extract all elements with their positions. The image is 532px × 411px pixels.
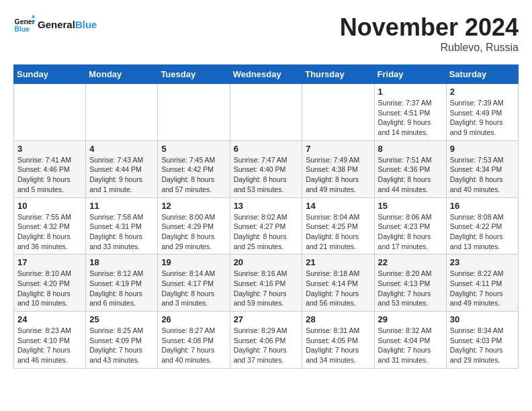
calendar-cell — [230, 84, 302, 141]
day-info: Sunrise: 7:41 AMSunset: 4:46 PMDaylight:… — [17, 155, 82, 195]
calendar-cell: 14Sunrise: 8:04 AMSunset: 4:25 PMDayligh… — [302, 197, 374, 255]
day-number: 27 — [234, 314, 299, 324]
day-number: 24 — [17, 314, 82, 324]
col-wednesday: Wednesday — [230, 65, 302, 84]
calendar-cell: 5Sunrise: 7:45 AMSunset: 4:42 PMDaylight… — [158, 140, 230, 197]
day-info: Sunrise: 7:53 AMSunset: 4:34 PMDaylight:… — [450, 155, 515, 195]
day-info: Sunrise: 8:08 AMSunset: 4:22 PMDaylight:… — [450, 212, 515, 252]
month-title: November 2024 — [340, 13, 519, 42]
calendar-week-5: 24Sunrise: 8:23 AMSunset: 4:10 PMDayligh… — [14, 312, 519, 369]
calendar-cell: 26Sunrise: 8:27 AMSunset: 4:08 PMDayligh… — [158, 312, 230, 369]
calendar-cell: 23Sunrise: 8:22 AMSunset: 4:11 PMDayligh… — [446, 255, 518, 312]
day-info: Sunrise: 8:14 AMSunset: 4:17 PMDaylight:… — [161, 269, 226, 308]
day-number: 8 — [378, 144, 443, 154]
calendar-cell: 2Sunrise: 7:39 AMSunset: 4:49 PMDaylight… — [446, 84, 518, 141]
title-block: November 2024 Rublevo, Russia — [340, 13, 519, 54]
day-number: 7 — [306, 144, 370, 154]
calendar-table: Sunday Monday Tuesday Wednesday Thursday… — [13, 64, 519, 369]
day-number: 30 — [450, 314, 515, 324]
day-info: Sunrise: 8:06 AMSunset: 4:23 PMDaylight:… — [378, 212, 443, 252]
day-number: 16 — [450, 201, 515, 211]
calendar-cell: 21Sunrise: 8:18 AMSunset: 4:14 PMDayligh… — [302, 255, 374, 312]
calendar-cell: 29Sunrise: 8:32 AMSunset: 4:04 PMDayligh… — [374, 312, 446, 369]
day-info: Sunrise: 7:58 AMSunset: 4:31 PMDaylight:… — [89, 212, 154, 252]
calendar-cell: 6Sunrise: 7:47 AMSunset: 4:40 PMDaylight… — [230, 140, 302, 197]
day-info: Sunrise: 8:20 AMSunset: 4:13 PMDaylight:… — [378, 269, 443, 308]
day-info: Sunrise: 8:27 AMSunset: 4:08 PMDaylight:… — [161, 326, 226, 365]
calendar-cell: 30Sunrise: 8:34 AMSunset: 4:03 PMDayligh… — [446, 312, 518, 369]
day-info: Sunrise: 8:31 AMSunset: 4:05 PMDaylight:… — [306, 326, 370, 365]
day-info: Sunrise: 8:02 AMSunset: 4:27 PMDaylight:… — [234, 212, 299, 252]
day-number: 26 — [161, 314, 226, 324]
calendar-cell: 15Sunrise: 8:06 AMSunset: 4:23 PMDayligh… — [374, 197, 446, 255]
calendar-cell: 10Sunrise: 7:55 AMSunset: 4:32 PMDayligh… — [14, 197, 86, 255]
page-header: General Blue GeneralBlue November 2024 R… — [13, 13, 519, 54]
day-number: 12 — [161, 201, 226, 211]
day-info: Sunrise: 8:32 AMSunset: 4:04 PMDaylight:… — [378, 326, 443, 365]
day-number: 6 — [234, 144, 299, 154]
logo: General Blue GeneralBlue — [13, 13, 97, 35]
day-info: Sunrise: 7:49 AMSunset: 4:38 PMDaylight:… — [306, 155, 370, 195]
calendar-cell: 4Sunrise: 7:43 AMSunset: 4:44 PMDaylight… — [86, 140, 158, 197]
calendar-cell: 19Sunrise: 8:14 AMSunset: 4:17 PMDayligh… — [158, 255, 230, 312]
day-info: Sunrise: 7:39 AMSunset: 4:49 PMDaylight:… — [450, 98, 515, 138]
calendar-cell: 3Sunrise: 7:41 AMSunset: 4:46 PMDaylight… — [14, 140, 86, 197]
day-info: Sunrise: 7:51 AMSunset: 4:36 PMDaylight:… — [378, 155, 443, 195]
calendar-cell: 20Sunrise: 8:16 AMSunset: 4:16 PMDayligh… — [230, 255, 302, 312]
day-info: Sunrise: 7:55 AMSunset: 4:32 PMDaylight:… — [17, 212, 82, 252]
day-info: Sunrise: 8:18 AMSunset: 4:14 PMDaylight:… — [306, 269, 370, 308]
day-number: 23 — [450, 257, 515, 267]
calendar-cell: 9Sunrise: 7:53 AMSunset: 4:34 PMDaylight… — [446, 140, 518, 197]
day-info: Sunrise: 7:47 AMSunset: 4:40 PMDaylight:… — [234, 155, 299, 195]
calendar-cell: 24Sunrise: 8:23 AMSunset: 4:10 PMDayligh… — [14, 312, 86, 369]
calendar-cell: 7Sunrise: 7:49 AMSunset: 4:38 PMDaylight… — [302, 140, 374, 197]
calendar-cell — [158, 84, 230, 141]
day-number: 9 — [450, 144, 515, 154]
calendar-cell: 18Sunrise: 8:12 AMSunset: 4:19 PMDayligh… — [86, 255, 158, 312]
col-friday: Friday — [374, 65, 446, 84]
day-info: Sunrise: 8:34 AMSunset: 4:03 PMDaylight:… — [450, 326, 515, 365]
calendar-cell: 12Sunrise: 8:00 AMSunset: 4:29 PMDayligh… — [158, 197, 230, 255]
day-number: 20 — [234, 257, 299, 267]
day-info: Sunrise: 7:37 AMSunset: 4:51 PMDaylight:… — [378, 98, 443, 138]
day-number: 3 — [17, 144, 82, 154]
day-number: 18 — [89, 257, 154, 267]
day-info: Sunrise: 7:43 AMSunset: 4:44 PMDaylight:… — [89, 155, 154, 195]
day-number: 21 — [306, 257, 370, 267]
day-number: 14 — [306, 201, 370, 211]
day-info: Sunrise: 8:16 AMSunset: 4:16 PMDaylight:… — [234, 269, 299, 308]
day-number: 5 — [161, 144, 226, 154]
day-number: 4 — [89, 144, 154, 154]
day-number: 1 — [378, 87, 443, 97]
day-info: Sunrise: 8:23 AMSunset: 4:10 PMDaylight:… — [17, 326, 82, 365]
calendar-week-1: 1Sunrise: 7:37 AMSunset: 4:51 PMDaylight… — [14, 84, 519, 141]
calendar-cell: 22Sunrise: 8:20 AMSunset: 4:13 PMDayligh… — [374, 255, 446, 312]
col-monday: Monday — [86, 65, 158, 84]
calendar-cell — [86, 84, 158, 141]
day-number: 19 — [161, 257, 226, 267]
svg-marker-2 — [32, 15, 35, 18]
location: Rublevo, Russia — [340, 42, 519, 54]
calendar-cell: 16Sunrise: 8:08 AMSunset: 4:22 PMDayligh… — [446, 197, 518, 255]
day-info: Sunrise: 8:10 AMSunset: 4:20 PMDaylight:… — [17, 269, 82, 308]
day-number: 10 — [17, 201, 82, 211]
col-sunday: Sunday — [14, 65, 86, 84]
day-info: Sunrise: 8:25 AMSunset: 4:09 PMDaylight:… — [89, 326, 154, 365]
col-saturday: Saturday — [446, 65, 518, 84]
calendar-cell: 25Sunrise: 8:25 AMSunset: 4:09 PMDayligh… — [86, 312, 158, 369]
calendar-week-3: 10Sunrise: 7:55 AMSunset: 4:32 PMDayligh… — [14, 197, 519, 255]
day-number: 15 — [378, 201, 443, 211]
col-thursday: Thursday — [302, 65, 374, 84]
calendar-cell: 13Sunrise: 8:02 AMSunset: 4:27 PMDayligh… — [230, 197, 302, 255]
col-tuesday: Tuesday — [158, 65, 230, 84]
calendar-cell: 17Sunrise: 8:10 AMSunset: 4:20 PMDayligh… — [14, 255, 86, 312]
day-info: Sunrise: 8:29 AMSunset: 4:06 PMDaylight:… — [234, 326, 299, 365]
calendar-cell: 27Sunrise: 8:29 AMSunset: 4:06 PMDayligh… — [230, 312, 302, 369]
logo-icon: General Blue — [13, 13, 35, 35]
day-number: 17 — [17, 257, 82, 267]
day-number: 11 — [89, 201, 154, 211]
calendar-cell: 28Sunrise: 8:31 AMSunset: 4:05 PMDayligh… — [302, 312, 374, 369]
day-info: Sunrise: 8:22 AMSunset: 4:11 PMDaylight:… — [450, 269, 515, 308]
svg-text:Blue: Blue — [15, 26, 30, 33]
day-info: Sunrise: 8:12 AMSunset: 4:19 PMDaylight:… — [89, 269, 154, 308]
